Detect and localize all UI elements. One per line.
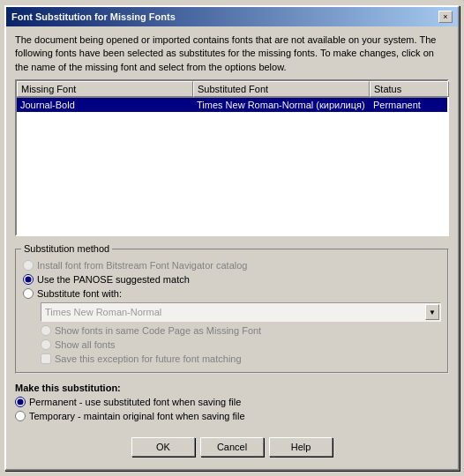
radio-permanent-label: Permanent - use substituted font when sa… [29,397,241,407]
dialog-window: Font Substitution for Missing Fonts × Th… [4,5,460,471]
table-row[interactable]: Journal-Bold Times New Roman-Normal (кир… [17,98,447,112]
substitution-method-label: Substitution method [21,243,112,254]
radio-temporary-label: Temporary - maintain original font when … [29,411,245,421]
font-table-body: Journal-Bold Times New Roman-Normal (кир… [17,98,447,234]
help-button[interactable]: Help [269,437,333,457]
dialog-body: The document being opened or imported co… [6,26,458,469]
radio-bitstream[interactable] [23,260,34,271]
radio-all-fonts-option: Show all fonts [41,339,441,350]
dialog-title: Font Substitution for Missing Fonts [11,11,176,22]
radio-panose-label: Use the PANOSE suggested match [37,274,190,285]
radio-all-fonts[interactable] [41,339,51,350]
description-text: The document being opened or imported co… [15,33,449,74]
header-status: Status [370,81,449,97]
radio-substitute-option: Substitute font with: [23,288,441,299]
title-bar-controls: × [438,11,453,23]
radio-substitute-label: Substitute font with: [37,288,122,299]
radio-temporary[interactable] [15,411,26,421]
font-select[interactable]: Times New Roman-Normal [41,302,441,322]
font-table-header: Missing Font Substituted Font Status [17,81,447,98]
close-button[interactable]: × [438,11,453,23]
ok-button[interactable]: OK [131,437,195,457]
save-exception-checkbox[interactable] [41,353,51,364]
title-bar: Font Substitution for Missing Fonts × [6,7,458,26]
radio-panose-option: Use the PANOSE suggested match [23,274,441,285]
radio-all-fonts-label: Show all fonts [55,339,115,350]
radio-substitute[interactable] [23,288,34,299]
font-select-wrapper: Times New Roman-Normal ▼ [41,302,441,322]
make-substitution-label: Make this substitution: [15,383,449,393]
radio-permanent-option: Permanent - use substituted font when sa… [15,397,449,407]
radio-codepage-label: Show fonts in same Code Page as Missing … [55,325,261,336]
cancel-button[interactable]: Cancel [200,437,264,457]
radio-panose[interactable] [23,274,34,285]
save-exception-option: Save this exception for future font matc… [41,353,441,364]
radio-codepage-option: Show fonts in same Code Page as Missing … [41,325,441,336]
header-missing-font: Missing Font [17,81,193,97]
radio-bitstream-option: Install font from Bitstream Font Navigat… [23,260,441,271]
make-substitution-section: Make this substitution: Permanent - use … [15,383,449,425]
substitution-method-group: Substitution method Install font from Bi… [15,249,449,374]
radio-permanent[interactable] [15,397,26,407]
cell-substituted-font: Times New Roman-Normal (кирилиця) [193,98,370,112]
header-substituted-font: Substituted Font [193,81,370,97]
radio-temporary-option: Temporary - maintain original font when … [15,411,449,421]
cell-status: Permanent [370,98,449,112]
font-table-wrapper: Missing Font Substituted Font Status Jou… [15,79,449,236]
radio-codepage[interactable] [41,325,51,336]
save-exception-label: Save this exception for future font matc… [55,353,242,364]
buttons-row: OK Cancel Help [15,437,449,457]
cell-missing-font: Journal-Bold [17,98,193,112]
radio-bitstream-label: Install font from Bitstream Font Navigat… [37,260,247,271]
